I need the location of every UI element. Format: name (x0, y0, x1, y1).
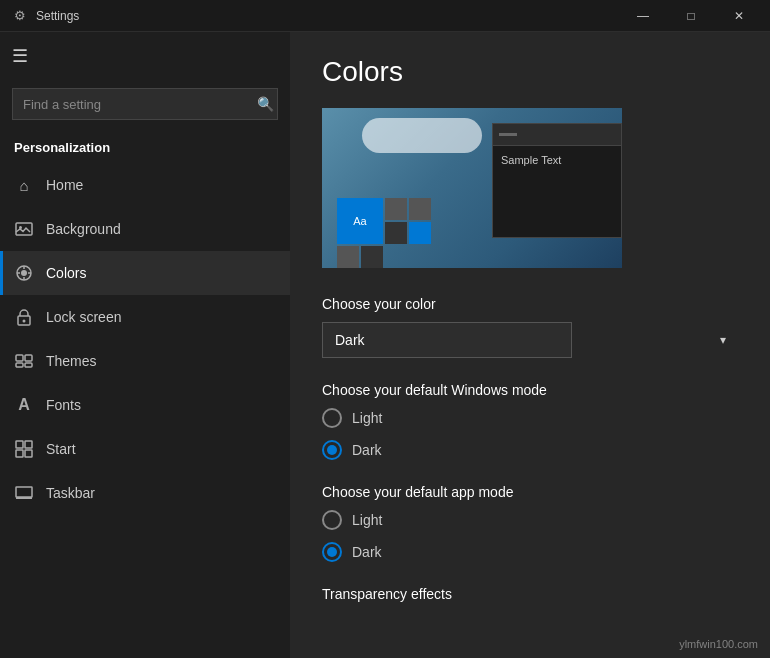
sidebar-item-start[interactable]: Start (0, 427, 290, 471)
minimize-button[interactable]: — (620, 0, 666, 32)
title-bar: ⚙ Settings — □ ✕ (0, 0, 770, 32)
home-icon: ⌂ (14, 175, 34, 195)
sidebar-item-fonts[interactable]: A Fonts (0, 383, 290, 427)
preview-tile-1 (385, 198, 407, 220)
preview-tile-4 (409, 222, 431, 244)
close-button[interactable]: ✕ (716, 0, 762, 32)
sidebar-item-home-label: Home (46, 177, 83, 193)
title-bar-title: Settings (36, 9, 79, 23)
search-button[interactable]: 🔍 (257, 96, 274, 112)
search-box: 🔍 (12, 88, 278, 120)
preview-tile-aa: Aa (337, 198, 383, 244)
preview-tile-5 (337, 246, 359, 268)
app-mode-group: Choose your default app mode Light Dark (322, 484, 738, 562)
svg-rect-18 (16, 487, 32, 497)
preview-background: Sample Text Aa (322, 108, 622, 268)
app-mode-dark-radio[interactable] (322, 542, 342, 562)
sidebar-item-background[interactable]: Background (0, 207, 290, 251)
windows-mode-light-radio[interactable] (322, 408, 342, 428)
sidebar-item-background-label: Background (46, 221, 121, 237)
svg-rect-14 (16, 441, 23, 448)
preview-container: Sample Text Aa (322, 108, 622, 268)
sample-text: Sample Text (501, 154, 561, 166)
svg-point-3 (21, 270, 27, 276)
personalization-label: Personalization (0, 128, 290, 163)
sidebar-item-themes[interactable]: Themes (0, 339, 290, 383)
windows-mode-dark-label: Dark (352, 442, 382, 458)
preview-window-body: Sample Text (493, 146, 621, 174)
background-icon (14, 219, 34, 239)
sidebar-item-fonts-label: Fonts (46, 397, 81, 413)
preview-window-dot (499, 133, 517, 136)
app-container: ☰ 🔍 Personalization ⌂ Home Background (0, 32, 770, 658)
svg-rect-15 (25, 441, 32, 448)
preview-window: Sample Text (492, 123, 622, 238)
taskbar-icon (14, 483, 34, 503)
transparency-label: Transparency effects (322, 586, 738, 602)
app-mode-dark[interactable]: Dark (322, 542, 738, 562)
svg-rect-13 (25, 363, 32, 367)
preview-window-title (493, 124, 621, 146)
settings-icon: ⚙ (12, 8, 28, 24)
maximize-button[interactable]: □ (668, 0, 714, 32)
sidebar-item-lock-screen-label: Lock screen (46, 309, 121, 325)
svg-rect-17 (25, 450, 32, 457)
windows-mode-label: Choose your default Windows mode (322, 382, 738, 398)
windows-mode-group: Choose your default Windows mode Light D… (322, 382, 738, 460)
windows-mode-dark-radio[interactable] (322, 440, 342, 460)
app-mode-light[interactable]: Light (322, 510, 738, 530)
windows-mode-dark[interactable]: Dark (322, 440, 738, 460)
preview-cloud (362, 118, 482, 153)
preview-tiles: Aa (337, 198, 431, 268)
page-title: Colors (322, 56, 738, 88)
color-dropdown-container: Dark Light Custom ▾ (322, 322, 738, 358)
windows-mode-light-label: Light (352, 410, 382, 426)
search-input[interactable] (12, 88, 278, 120)
app-mode-light-label: Light (352, 512, 382, 528)
svg-point-9 (23, 320, 26, 323)
sidebar-item-lock-screen[interactable]: Lock screen (0, 295, 290, 339)
sidebar-item-themes-label: Themes (46, 353, 97, 369)
title-bar-left: ⚙ Settings (12, 8, 79, 24)
app-mode-light-radio[interactable] (322, 510, 342, 530)
watermark: ylmfwin100.com (679, 638, 758, 650)
start-icon (14, 439, 34, 459)
color-section-label: Choose your color (322, 296, 738, 312)
windows-mode-light[interactable]: Light (322, 408, 738, 428)
sidebar-item-taskbar[interactable]: Taskbar (0, 471, 290, 515)
nav-toggle-button[interactable]: ☰ (0, 32, 40, 80)
svg-rect-16 (16, 450, 23, 457)
app-mode-dark-label: Dark (352, 544, 382, 560)
chevron-down-icon: ▾ (720, 333, 726, 347)
svg-rect-11 (25, 355, 32, 361)
svg-rect-19 (16, 497, 32, 499)
fonts-icon: A (14, 395, 34, 415)
sidebar: ☰ 🔍 Personalization ⌂ Home Background (0, 32, 290, 658)
themes-icon (14, 351, 34, 371)
app-mode-label: Choose your default app mode (322, 484, 738, 500)
lock-screen-icon (14, 307, 34, 327)
color-dropdown[interactable]: Dark Light Custom (322, 322, 572, 358)
title-bar-controls: — □ ✕ (620, 0, 762, 32)
colors-icon (14, 263, 34, 283)
sidebar-item-colors[interactable]: Colors (0, 251, 290, 295)
svg-rect-0 (16, 223, 32, 235)
sidebar-item-start-label: Start (46, 441, 76, 457)
svg-rect-10 (16, 355, 23, 361)
sidebar-item-taskbar-label: Taskbar (46, 485, 95, 501)
transparency-section: Transparency effects (322, 586, 738, 602)
preview-tile-2 (409, 198, 431, 220)
sidebar-item-home[interactable]: ⌂ Home (0, 163, 290, 207)
main-content: Colors Sample Text Aa (290, 32, 770, 658)
sidebar-item-colors-label: Colors (46, 265, 86, 281)
svg-rect-12 (16, 363, 23, 367)
preview-tile-3 (385, 222, 407, 244)
preview-tile-6 (361, 246, 383, 268)
